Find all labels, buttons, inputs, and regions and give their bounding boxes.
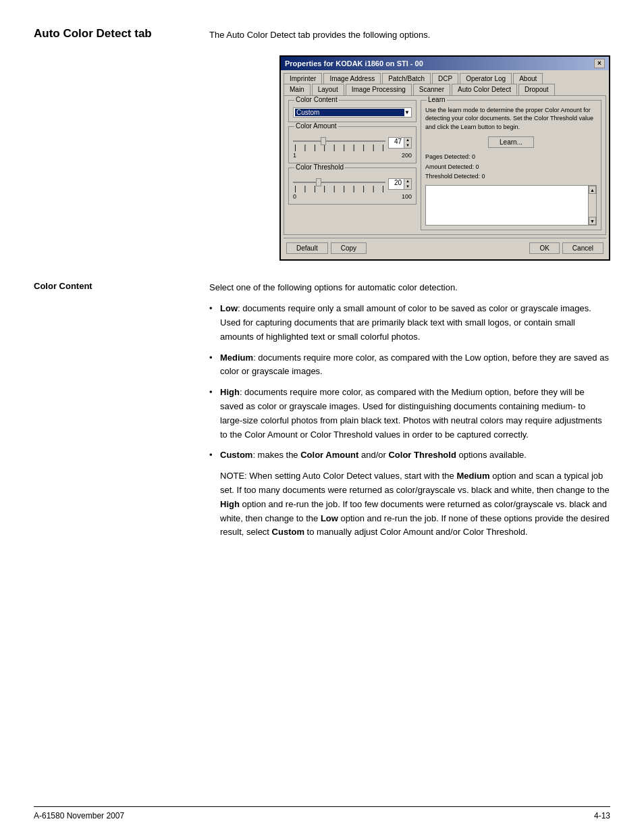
- note-bold-medium: Medium: [456, 471, 489, 481]
- dialog-outer: Properties for KODAK i1860 on STI - 00 ×…: [279, 55, 610, 261]
- color-content-section-text: Select one of the following options for …: [209, 281, 610, 540]
- tab-dropout[interactable]: Dropout: [518, 84, 555, 95]
- note-bold-low: Low: [321, 513, 338, 523]
- color-amount-spinbox[interactable]: 47 ▲ ▼: [388, 137, 412, 148]
- custom-color-amount-bold: Color Amount: [300, 450, 358, 460]
- dialog-titlebar: Properties for KODAK i1860 on STI - 00 ×: [281, 57, 609, 70]
- dialog-footer: Default Copy OK Cancel: [284, 238, 606, 257]
- color-threshold-value: 20: [389, 179, 404, 188]
- footer-left-buttons: Default Copy: [286, 242, 367, 254]
- tab-layout[interactable]: Layout: [312, 84, 344, 95]
- color-content-intro: Select one of the following options for …: [209, 281, 610, 295]
- color-amount-up-arrow[interactable]: ▲: [404, 138, 411, 142]
- learn-groupbox: Learn Use the learn mode to determine th…: [421, 100, 601, 231]
- tab-patch-batch[interactable]: Patch/Batch: [382, 73, 431, 84]
- high-text: : documents require more color, as compa…: [220, 387, 602, 439]
- left-panel: Color Content Custom ▼ Col: [288, 100, 417, 231]
- learn-description: Use the learn mode to determine the prop…: [425, 106, 597, 132]
- tab-content-area: Color Content Custom ▼ Col: [284, 95, 606, 236]
- default-button[interactable]: Default: [286, 242, 328, 254]
- tab-imprinter[interactable]: Imprinter: [284, 73, 322, 84]
- dialog-body: Imprinter Image Address Patch/Batch DCP …: [281, 70, 609, 260]
- tab-main[interactable]: Main: [284, 84, 311, 95]
- color-amount-down-arrow[interactable]: ▼: [404, 143, 411, 148]
- low-text: : documents require only a small amount …: [220, 303, 591, 342]
- color-threshold-labels: 0 100: [293, 193, 412, 200]
- medium-text: : documents require more color, as compa…: [220, 353, 609, 377]
- scrollbar-down-button[interactable]: ▼: [589, 217, 596, 225]
- custom-text-intro: : makes the: [252, 450, 300, 460]
- page-footer: A-61580 November 2007 4-13: [34, 806, 610, 820]
- content-section: Color Content Select one of the followin…: [34, 281, 610, 540]
- tab-row-1: Imprinter Image Address Patch/Batch DCP …: [284, 73, 606, 83]
- tab-about[interactable]: About: [513, 73, 543, 84]
- ok-button[interactable]: OK: [529, 242, 559, 254]
- color-amount-label: Color Amount: [294, 122, 338, 130]
- bullet-list: Low: documents require only a small amou…: [209, 302, 610, 463]
- dropdown-selected-value: Custom: [295, 109, 404, 116]
- list-item-high: High: documents require more color, as c…: [209, 386, 610, 442]
- copy-button[interactable]: Copy: [331, 242, 367, 254]
- dialog-title: Properties for KODAK i1860 on STI - 00: [285, 59, 423, 68]
- tab-image-processing[interactable]: Image Processing: [346, 84, 412, 95]
- color-threshold-slider-thumb[interactable]: [316, 178, 321, 186]
- color-amount-slider-thumb[interactable]: [321, 137, 326, 145]
- color-amount-ticks: ||||| |||||: [293, 143, 385, 151]
- color-threshold-down-arrow[interactable]: ▼: [404, 184, 411, 189]
- color-content-groupbox: Color Content Custom ▼: [288, 100, 417, 122]
- pages-detected-stat: Pages Detected: 0: [425, 152, 597, 161]
- color-threshold-min: 0: [293, 193, 296, 200]
- dialog-wrapper: Properties for KODAK i1860 on STI - 00 ×…: [34, 55, 610, 261]
- scrollbar-up-button[interactable]: ▲: [589, 186, 596, 194]
- color-amount-groupbox: Color Amount ||||| |||||: [288, 126, 417, 163]
- color-threshold-groupbox: Color Threshold ||||| |||||: [288, 167, 417, 205]
- color-threshold-spinbox[interactable]: 20 ▲ ▼: [388, 178, 412, 189]
- medium-bold: Medium: [220, 353, 253, 363]
- threshold-detected-stat: Threshold Detected: 0: [425, 172, 597, 181]
- textarea-scrollbar[interactable]: ▲ ▼: [588, 186, 596, 225]
- color-amount-min: 1: [293, 152, 296, 159]
- footer-left-text: A-61580 November 2007: [34, 811, 124, 820]
- tab-dcp[interactable]: DCP: [432, 73, 458, 84]
- custom-options-text: options available.: [456, 450, 527, 460]
- dialog-window: Properties for KODAK i1860 on STI - 00 ×…: [279, 55, 610, 261]
- color-amount-slider-wrapper: ||||| |||||: [293, 135, 385, 151]
- custom-bold: Custom: [220, 450, 252, 460]
- section-description: The Auto Color Detect tab provides the f…: [209, 27, 610, 42]
- tab-auto-color-detect[interactable]: Auto Color Detect: [452, 84, 517, 95]
- note-bold-custom: Custom: [272, 527, 304, 537]
- tab-image-address[interactable]: Image Address: [323, 73, 381, 84]
- dialog-close-button[interactable]: ×: [594, 59, 605, 68]
- color-threshold-label: Color Threshold: [294, 163, 345, 171]
- color-threshold-up-arrow[interactable]: ▲: [404, 179, 411, 184]
- learn-label: Learn: [427, 96, 447, 103]
- color-threshold-slider-wrapper: ||||| |||||: [293, 176, 385, 192]
- cancel-button[interactable]: Cancel: [562, 242, 603, 254]
- color-amount-spin-arrows[interactable]: ▲ ▼: [404, 138, 411, 147]
- custom-and-or: and/or: [358, 450, 388, 460]
- color-threshold-slider-track: [293, 182, 385, 183]
- header-row: Auto Color Detect tab The Auto Color Det…: [34, 27, 610, 42]
- high-bold: High: [220, 387, 240, 397]
- color-threshold-max: 100: [402, 193, 412, 200]
- right-panel: Learn Use the learn mode to determine th…: [421, 100, 601, 231]
- learn-button[interactable]: Learn...: [488, 136, 534, 148]
- note-text4: to manually adjust Color Amount and/or C…: [304, 527, 528, 537]
- dropdown-arrow-icon: ▼: [404, 109, 410, 115]
- page-container: Auto Color Detect tab The Auto Color Det…: [0, 0, 644, 834]
- footer-right-text: 4-13: [594, 811, 610, 820]
- tab-operator-log[interactable]: Operator Log: [460, 73, 512, 84]
- list-item-medium: Medium: documents require more color, as…: [209, 351, 610, 380]
- color-threshold-spin-arrows[interactable]: ▲ ▼: [404, 179, 411, 188]
- color-amount-value: 47: [389, 138, 404, 147]
- color-content-section-label: Color Content: [34, 281, 209, 540]
- list-item-custom: Custom: makes the Color Amount and/or Co…: [209, 448, 610, 463]
- color-content-dropdown[interactable]: Custom ▼: [293, 107, 412, 118]
- section-title: Auto Color Detect tab: [34, 27, 209, 41]
- tab-row-2: Main Layout Image Processing Scanner Aut…: [284, 84, 606, 95]
- color-amount-max: 200: [402, 152, 412, 159]
- color-amount-labels: 1 200: [293, 152, 412, 159]
- stats-area: Pages Detected: 0 Amount Detected: 0 Thr…: [425, 152, 597, 181]
- tab-scanner[interactable]: Scanner: [413, 84, 450, 95]
- custom-color-threshold-bold: Color Threshold: [388, 450, 456, 460]
